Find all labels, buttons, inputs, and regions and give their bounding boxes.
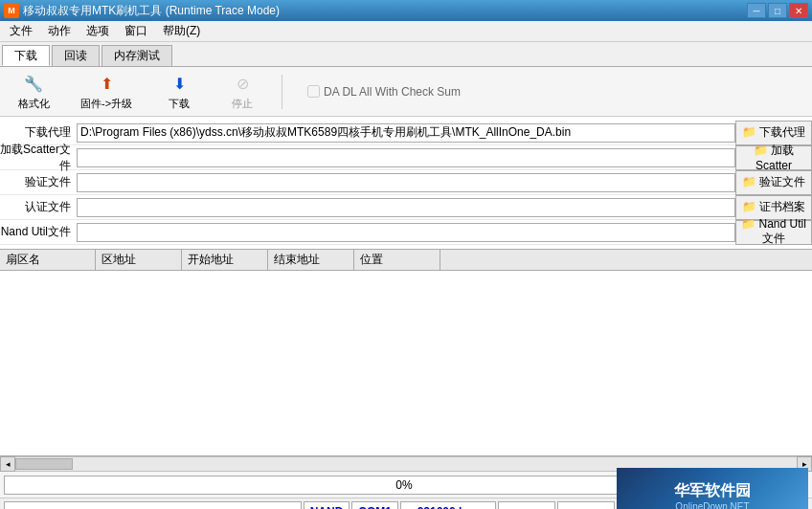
form-row-auth: 认证文件 📁 证书档案 <box>0 195 812 220</box>
hscroll-thumb[interactable] <box>15 458 73 470</box>
input-nand[interactable] <box>77 223 735 242</box>
restore-button[interactable]: □ <box>768 3 787 18</box>
label-auth: 认证文件 <box>0 199 77 215</box>
title-bar: M 移动叔叔专用MTK刷机工具 (Runtime Trace Mode) ─ □… <box>0 0 812 21</box>
download-button[interactable]: 下载 <box>155 70 203 113</box>
col-region-addr: 区地址 <box>96 250 182 270</box>
main-content: 格式化 固件->升级 下载 停止 DA DL All With Check Su… <box>0 67 812 455</box>
minimize-button[interactable]: ─ <box>747 3 766 18</box>
upgrade-button[interactable]: 固件->升级 <box>73 70 140 113</box>
hscroll-left[interactable]: ◂ <box>0 456 15 472</box>
toolbar: 格式化 固件->升级 下载 停止 DA DL All With Check Su… <box>0 67 812 117</box>
toolbar-divider <box>282 75 282 109</box>
watermark-en: OnlineDown.NET <box>674 501 751 510</box>
tab-download[interactable]: 下载 <box>2 45 50 66</box>
col-end-addr: 结束地址 <box>268 250 354 270</box>
table-header: 扇区名 区地址 开始地址 结束地址 位置 <box>0 250 812 271</box>
btn-da[interactable]: 📁 下载代理 <box>735 121 812 145</box>
menu-file[interactable]: 文件 <box>2 21 40 41</box>
upgrade-icon <box>95 72 118 95</box>
input-scatter[interactable] <box>77 148 735 167</box>
btn-scatter[interactable]: 📁 加载Scatter <box>735 145 812 170</box>
col-sector-name: 扇区名 <box>0 250 96 270</box>
label-verify: 验证文件 <box>0 174 77 190</box>
status-cell-5 <box>557 501 615 510</box>
status-cell-nand: NAND <box>304 501 350 510</box>
input-verify[interactable] <box>77 173 735 192</box>
status-cell-baud: 921600 bps <box>400 501 496 510</box>
watermark: 华军软件园 OnlineDown.NET <box>617 468 808 510</box>
checksum-checkbox[interactable]: DA DL All With Check Sum <box>307 85 461 99</box>
status-bar: NAND COM1 921600 bps 华军软件园 OnlineDown.NE… <box>0 498 812 509</box>
app-icon: M <box>4 3 19 18</box>
form-row-scatter: 加载Scatter文件 📁 加载Scatter <box>0 145 812 170</box>
table-body <box>0 271 812 455</box>
tab-strip: 下载 回读 内存测试 <box>0 42 812 67</box>
format-icon <box>22 72 45 95</box>
status-cell-com: COM1 <box>351 501 398 510</box>
status-cell-4 <box>498 501 555 510</box>
label-nand: Nand Util文件 <box>0 224 77 240</box>
menu-options[interactable]: 选项 <box>79 21 117 41</box>
label-scatter: 加载Scatter文件 <box>0 142 77 174</box>
window-title: 移动叔叔专用MTK刷机工具 (Runtime Trace Mode) <box>23 3 747 19</box>
format-button[interactable]: 格式化 <box>10 70 57 113</box>
tab-memory-test[interactable]: 内存测试 <box>102 45 172 66</box>
col-start-addr: 开始地址 <box>182 250 268 270</box>
table-area: 扇区名 区地址 开始地址 结束地址 位置 <box>0 249 812 455</box>
menu-bar: 文件 动作 选项 窗口 帮助(Z) <box>0 21 812 42</box>
form-row-da: 下载代理 📁 下载代理 <box>0 121 812 145</box>
input-da[interactable] <box>77 123 735 143</box>
btn-verify[interactable]: 📁 验证文件 <box>735 170 812 195</box>
form-area: 下载代理 📁 下载代理 加载Scatter文件 📁 加载Scatter 验证文件… <box>0 117 812 249</box>
format-label: 格式化 <box>18 97 50 111</box>
form-row-verify: 验证文件 📁 验证文件 <box>0 170 812 195</box>
checksum-input[interactable] <box>307 85 320 98</box>
btn-auth[interactable]: 📁 证书档案 <box>735 195 812 220</box>
upgrade-label: 固件->升级 <box>80 97 132 111</box>
stop-label: 停止 <box>232 97 253 111</box>
col-position: 位置 <box>354 250 440 270</box>
menu-help[interactable]: 帮助(Z) <box>155 21 208 41</box>
watermark-text: 华军软件园 OnlineDown.NET <box>674 481 751 510</box>
close-button[interactable]: ✕ <box>789 3 808 18</box>
watermark-cn: 华军软件园 <box>674 481 751 501</box>
download-icon <box>168 72 191 95</box>
status-cell-0 <box>4 501 302 510</box>
stop-button[interactable]: 停止 <box>218 70 266 113</box>
watermark-area: 华军软件园 OnlineDown.NET <box>617 498 808 510</box>
menu-window[interactable]: 窗口 <box>117 21 155 41</box>
stop-icon <box>231 72 254 95</box>
checksum-label: DA DL All With Check Sum <box>324 85 461 99</box>
progress-label: 0% <box>395 478 412 492</box>
label-da: 下载代理 <box>0 124 77 141</box>
download-label: 下载 <box>169 97 190 111</box>
form-row-nand: Nand Util文件 📁 Nand Util文件 <box>0 220 812 245</box>
tab-readback[interactable]: 回读 <box>52 45 100 66</box>
input-auth[interactable] <box>77 198 735 217</box>
window-controls: ─ □ ✕ <box>747 3 808 18</box>
btn-nand[interactable]: 📁 Nand Util文件 <box>735 220 812 245</box>
menu-action[interactable]: 动作 <box>40 21 79 41</box>
